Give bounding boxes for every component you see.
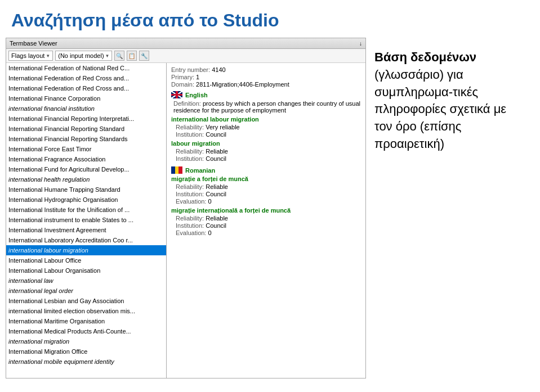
english-term-2-props: Reliability: Reliable Institution: Counc…: [176, 148, 361, 162]
en-t2-institution-label: Institution:: [176, 155, 204, 162]
ro-t2-evaluation-value: 0: [208, 229, 212, 236]
en-t2-reliability-label: Reliability:: [176, 148, 204, 155]
term-list-item-1[interactable]: International Federation of Red Cross an…: [6, 73, 166, 83]
definition-text: process by which a person changes their …: [173, 100, 360, 114]
term-list[interactable]: International Federation of National Red…: [6, 63, 167, 378]
term-list-item-15[interactable]: International instrument to enable State…: [6, 215, 166, 225]
ro-t1-evaluation: Evaluation: 0: [176, 198, 361, 205]
romanian-term-2-props: Reliability: Reliable Institution: Counc…: [176, 215, 361, 236]
term-list-item-19[interactable]: International Labour Office: [6, 255, 166, 265]
term-list-item-29[interactable]: international mobile equipment identity: [6, 357, 166, 367]
en-t1-reliability: Reliability: Very reliable: [176, 124, 361, 130]
en-t2-institution-value: Council: [206, 155, 226, 162]
domain-value: 2811-Migration;4406-Employment: [196, 81, 289, 88]
term-list-item-18[interactable]: international labour migration: [6, 245, 166, 255]
term-list-item-27[interactable]: international migration: [6, 336, 166, 346]
english-term-2: labour migration Reliability: Reliable I…: [171, 140, 361, 162]
model-label: (No input model): [58, 52, 104, 59]
term-list-item-28[interactable]: International Migration Office: [6, 346, 166, 357]
entry-number-value: 4140: [212, 66, 225, 73]
model-dropdown[interactable]: (No input model) ▼: [55, 51, 112, 61]
term-list-item-2[interactable]: International Federation of Red Cross an…: [6, 83, 166, 93]
ro-t2-reliability-label: Reliability:: [176, 215, 204, 222]
romanian-term-2-text: migrație internațională a forței de munc…: [171, 207, 361, 214]
toolbar-btn-1[interactable]: 🔍: [114, 51, 124, 61]
en-t1-reliability-value: Very reliable: [206, 124, 240, 130]
romanian-lang-header: Romanian: [171, 166, 361, 174]
romanian-term-1: migrație a forței de muncă Reliability: …: [171, 175, 361, 205]
pin-button[interactable]: ↓: [359, 40, 362, 47]
ro-t1-institution: Institution: Council: [176, 191, 361, 197]
term-list-item-20[interactable]: International Labour Organisation: [6, 265, 166, 276]
term-list-item-14[interactable]: International Institute for the Unificat…: [6, 205, 166, 215]
term-list-item-12[interactable]: International Humane Trapping Standard: [6, 184, 166, 195]
toolbar-btn-3[interactable]: 🔧: [139, 51, 149, 61]
ro-t2-evaluation-label: Evaluation:: [176, 229, 206, 236]
entry-number-label: Entry number:: [171, 66, 210, 73]
term-list-item-26[interactable]: International Medical Products Anti-Coun…: [6, 326, 166, 336]
term-list-item-17[interactable]: International Laboratory Accreditation C…: [6, 235, 166, 245]
layout-dropdown[interactable]: Flags layout ▼: [8, 51, 53, 61]
ro-t1-reliability-label: Reliability:: [176, 183, 204, 190]
en-t1-institution: Institution: Council: [176, 131, 361, 138]
romanian-term-2: migrație internațională a forței de munc…: [171, 207, 361, 236]
layout-label: Flags layout: [11, 52, 44, 59]
ro-t1-evaluation-label: Evaluation:: [176, 198, 206, 205]
domain-label: Domain:: [171, 81, 194, 88]
english-section: English Definition: process by which a p…: [171, 91, 361, 162]
english-lang-header: English: [171, 91, 361, 98]
term-list-item-22[interactable]: international legal order: [6, 286, 166, 296]
entry-meta: Entry number: 4140 Primary: 1 Domain: 28…: [171, 66, 361, 88]
ro-t2-evaluation: Evaluation: 0: [176, 229, 361, 236]
term-list-item-24[interactable]: international limited election observati…: [6, 306, 166, 316]
primary-row: Primary: 1: [171, 74, 361, 80]
uk-flag-icon: [171, 91, 182, 98]
term-detail: Entry number: 4140 Primary: 1 Domain: 28…: [167, 63, 365, 378]
term-list-item-4[interactable]: international financial institution: [6, 103, 166, 114]
english-term-1-text: international labour migration: [171, 116, 361, 123]
term-list-item-8[interactable]: International Force East Timor: [6, 144, 166, 154]
english-term-1-props: Reliability: Very reliable Institution: …: [176, 124, 361, 138]
model-dropdown-arrow: ▼: [105, 53, 110, 58]
sidebar-description: Βάση δεδομένων (γλωσσάριο) για συμπληρωμ…: [366, 38, 518, 379]
ro-t1-reliability: Reliability: Reliable: [176, 183, 361, 190]
termbase-toolbar: Flags layout ▼ (No input model) ▼ 🔍 📋 🔧: [6, 49, 365, 63]
term-list-item-6[interactable]: International Financial Reporting Standa…: [6, 124, 166, 134]
term-list-item-3[interactable]: International Finance Corporation: [6, 93, 166, 103]
term-list-item-11[interactable]: international health regulation: [6, 174, 166, 184]
term-list-item-25[interactable]: International Maritime Organisation: [6, 316, 166, 326]
en-t1-reliability-label: Reliability:: [176, 124, 204, 130]
term-list-item-5[interactable]: International Financial Reporting Interp…: [6, 114, 166, 124]
definition-section: Definition: process by which a person ch…: [173, 100, 361, 114]
ro-t1-reliability-value: Reliable: [206, 183, 228, 190]
romanian-section: Romanian migrație a forței de muncă Reli…: [171, 166, 361, 236]
toolbar-btn-2[interactable]: 📋: [127, 51, 137, 61]
termbase-title: Termbase Viewer: [10, 40, 57, 47]
domain-row: Domain: 2811-Migration;4406-Employment: [171, 81, 361, 88]
romania-flag-icon: [171, 166, 182, 174]
term-list-item-10[interactable]: International Fund for Agricultural Deve…: [6, 164, 166, 174]
termbase-panel: Termbase Viewer ↓ Flags layout ▼ (No inp…: [6, 38, 366, 379]
term-list-item-9[interactable]: International Fragrance Association: [6, 154, 166, 164]
term-list-item-7[interactable]: International Financial Reporting Standa…: [6, 134, 166, 144]
ro-t1-institution-label: Institution:: [176, 191, 204, 197]
page-title: Αναζήτηση μέσα από το Studio: [0, 0, 540, 38]
ro-t2-reliability-value: Reliable: [206, 215, 228, 222]
en-t1-institution-label: Institution:: [176, 131, 204, 138]
english-label: English: [185, 92, 208, 98]
term-list-item-23[interactable]: International Lesbian and Gay Associatio…: [6, 296, 166, 306]
term-list-item-16[interactable]: International Investment Agreement: [6, 225, 166, 235]
layout-dropdown-arrow: ▼: [46, 53, 50, 58]
termbase-body: International Federation of National Red…: [6, 63, 365, 378]
english-term-1: international labour migration Reliabili…: [171, 116, 361, 138]
ro-t2-reliability: Reliability: Reliable: [176, 215, 361, 222]
term-list-item-13[interactable]: International Hydrographic Organisation: [6, 195, 166, 205]
term-list-item-0[interactable]: International Federation of National Red…: [6, 63, 166, 73]
ro-t2-institution: Institution: Council: [176, 222, 361, 229]
romanian-term-1-text: migrație a forței de muncă: [171, 175, 361, 182]
term-list-item-21[interactable]: international law: [6, 276, 166, 286]
primary-label: Primary:: [171, 74, 194, 80]
english-term-2-text: labour migration: [171, 140, 361, 147]
ro-t1-institution-value: Council: [206, 191, 226, 197]
main-layout: Termbase Viewer ↓ Flags layout ▼ (No inp…: [0, 38, 540, 379]
